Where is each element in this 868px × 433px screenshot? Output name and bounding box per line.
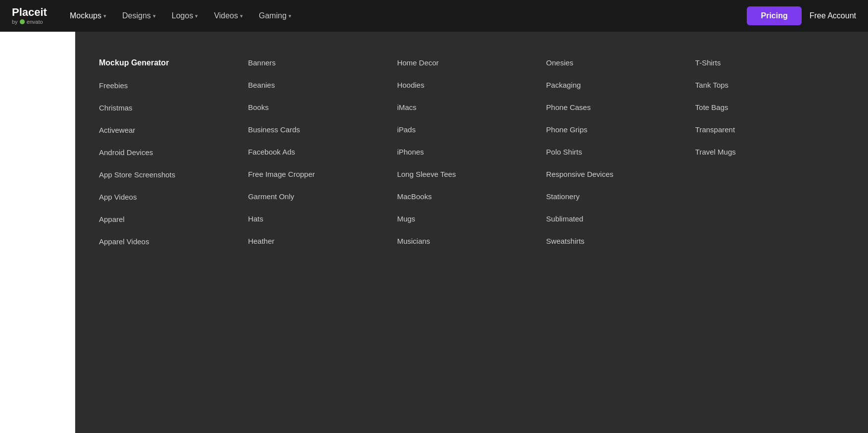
dropdown-col-1: BannersBeaniesBooksBusiness CardsFaceboo… bbox=[248, 52, 397, 253]
nav-designs-chevron: ▾ bbox=[153, 13, 156, 19]
dropdown-item[interactable]: Polo Shirts bbox=[546, 141, 695, 163]
dropdown-item[interactable]: T-Shirts bbox=[695, 52, 844, 74]
nav-logos[interactable]: Logos ▾ bbox=[165, 7, 205, 24]
nav-gaming-label: Gaming bbox=[259, 11, 287, 20]
dropdown-item[interactable]: iMacs bbox=[397, 96, 546, 118]
dropdown-item[interactable]: Business Cards bbox=[248, 118, 397, 141]
dropdown-col-0: Mockup GeneratorFreebiesChristmasActivew… bbox=[99, 52, 248, 253]
dropdown-item[interactable]: Freebies bbox=[99, 74, 248, 97]
dropdown-item[interactable]: Packaging bbox=[546, 74, 695, 96]
dropdown-item[interactable]: iPhones bbox=[397, 141, 546, 163]
dropdown-item[interactable]: Beanies bbox=[248, 74, 397, 96]
sidebar bbox=[0, 32, 75, 433]
dropdown-item[interactable]: Facebook Ads bbox=[248, 141, 397, 163]
header-right: Pricing Free Account bbox=[747, 6, 856, 25]
dropdown-item[interactable]: Stationery bbox=[546, 185, 695, 208]
dropdown-item[interactable]: Sweatshirts bbox=[546, 230, 695, 252]
nav-videos[interactable]: Videos ▾ bbox=[207, 7, 250, 24]
dropdown-item[interactable]: Musicians bbox=[397, 230, 546, 252]
envato-dot bbox=[20, 19, 25, 24]
dropdown-item[interactable]: Garment Only bbox=[248, 185, 397, 208]
dropdown-item[interactable]: Onesies bbox=[546, 52, 695, 74]
dropdown-item[interactable]: Apparel bbox=[99, 208, 248, 230]
dropdown-item[interactable]: Free Image Cropper bbox=[248, 163, 397, 185]
logo-envato: envato bbox=[27, 19, 43, 25]
dropdown-item[interactable]: Hoodies bbox=[397, 74, 546, 96]
nav-mockups-chevron: ▾ bbox=[103, 13, 106, 19]
dropdown-col-2: Home DecorHoodiesiMacsiPadsiPhonesLong S… bbox=[397, 52, 546, 253]
dropdown-item[interactable]: Android Devices bbox=[99, 141, 248, 163]
dropdown-item[interactable]: Activewear bbox=[99, 119, 248, 141]
dropdown-item[interactable]: Home Decor bbox=[397, 52, 546, 74]
nav-logos-chevron: ▾ bbox=[195, 13, 198, 19]
nav-designs-label: Designs bbox=[122, 11, 151, 20]
dropdown-item[interactable]: Books bbox=[248, 96, 397, 118]
nav-gaming[interactable]: Gaming ▾ bbox=[252, 7, 298, 24]
logo-by: by bbox=[12, 19, 18, 25]
dropdown-item[interactable]: App Videos bbox=[99, 186, 248, 208]
dropdown-item[interactable]: Long Sleeve Tees bbox=[397, 163, 546, 185]
nav-mockups-label: Mockups bbox=[70, 11, 101, 20]
free-account-button[interactable]: Free Account bbox=[810, 11, 856, 20]
dropdown-grid: Mockup GeneratorFreebiesChristmasActivew… bbox=[99, 52, 844, 253]
mockups-dropdown-panel: Mockup GeneratorFreebiesChristmasActivew… bbox=[75, 32, 868, 433]
dropdown-item[interactable]: Transparent bbox=[695, 118, 844, 141]
dropdown-item[interactable]: Mockup Generator bbox=[99, 52, 248, 74]
dropdown-item[interactable]: Apparel Videos bbox=[99, 230, 248, 253]
dropdown-item[interactable]: Sublimated bbox=[546, 208, 695, 230]
dropdown-item[interactable]: Phone Grips bbox=[546, 118, 695, 141]
dropdown-item[interactable]: App Store Screenshots bbox=[99, 163, 248, 186]
nav-videos-label: Videos bbox=[214, 11, 238, 20]
nav-gaming-chevron: ▾ bbox=[289, 13, 291, 19]
header: Placeit by envato Mockups ▾ Designs ▾ Lo… bbox=[0, 0, 868, 32]
dropdown-item[interactable]: Tote Bags bbox=[695, 96, 844, 118]
pricing-button[interactable]: Pricing bbox=[747, 6, 801, 25]
dropdown-item[interactable]: Responsive Devices bbox=[546, 163, 695, 185]
dropdown-item[interactable]: Banners bbox=[248, 52, 397, 74]
dropdown-item[interactable]: Hats bbox=[248, 208, 397, 230]
logo-text: Placeit bbox=[12, 7, 47, 18]
dropdown-item[interactable]: MacBooks bbox=[397, 185, 546, 208]
dropdown-col-3: OnesiesPackagingPhone CasesPhone GripsPo… bbox=[546, 52, 695, 253]
nav-logos-label: Logos bbox=[172, 11, 193, 20]
dropdown-item[interactable]: iPads bbox=[397, 118, 546, 141]
dropdown-item[interactable]: Travel Mugs bbox=[695, 141, 844, 163]
nav-mockups[interactable]: Mockups ▾ bbox=[63, 7, 113, 24]
nav-designs[interactable]: Designs ▾ bbox=[115, 7, 163, 24]
nav-videos-chevron: ▾ bbox=[240, 13, 243, 19]
dropdown-col-4: T-ShirtsTank TopsTote BagsTransparentTra… bbox=[695, 52, 844, 253]
dropdown-item[interactable]: Heather bbox=[248, 230, 397, 252]
page-body: Mockup GeneratorFreebiesChristmasActivew… bbox=[0, 32, 868, 433]
logo[interactable]: Placeit by envato bbox=[12, 7, 47, 25]
dropdown-item[interactable]: Tank Tops bbox=[695, 74, 844, 96]
dropdown-item[interactable]: Mugs bbox=[397, 208, 546, 230]
dropdown-item[interactable]: Phone Cases bbox=[546, 96, 695, 118]
main-nav: Mockups ▾ Designs ▾ Logos ▾ Videos ▾ Gam… bbox=[63, 7, 747, 24]
dropdown-item[interactable]: Christmas bbox=[99, 97, 248, 119]
